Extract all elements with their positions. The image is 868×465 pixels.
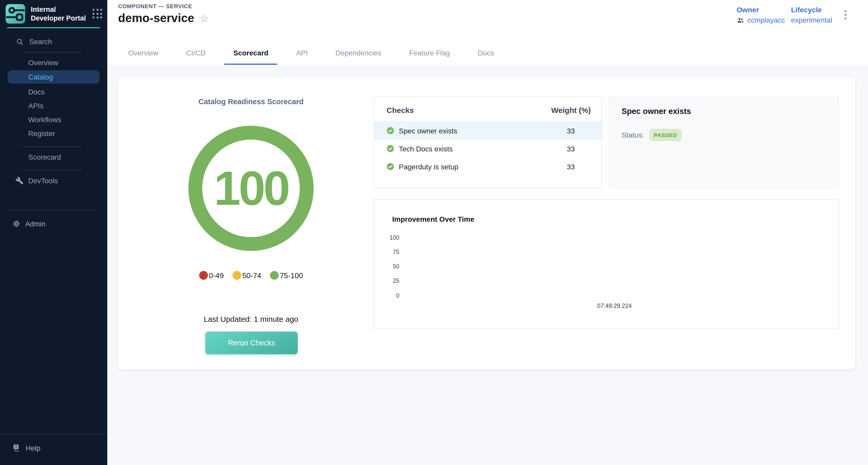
gauge-title: Catalog Readiness Scorecard [118, 97, 384, 106]
sidebar-item-admin[interactable]: Admin [12, 220, 45, 228]
legend-item-red: 0-49 [199, 271, 224, 280]
sidebar-item-apis[interactable]: APIs [0, 98, 107, 113]
tab-feature-flag[interactable]: Feature Flag [400, 41, 459, 65]
check-name: Spec owner exists [399, 126, 550, 135]
check-row-pagerduty[interactable]: Pagerduty is setup 33 [374, 158, 601, 176]
tab-label: Overview [128, 49, 158, 57]
apps-grid-icon[interactable] [92, 9, 102, 19]
tab-dependencies[interactable]: Dependencies [327, 41, 390, 65]
score-gauge: 100 [188, 126, 314, 251]
yellow-dot-icon [232, 271, 241, 280]
check-circle-icon [386, 145, 394, 152]
admin-label: Admin [25, 220, 45, 228]
owner-link[interactable]: ccmplayacc [737, 16, 785, 24]
rerun-checks-button[interactable]: Rerun Checks [205, 332, 298, 354]
red-dot-icon [199, 271, 208, 280]
sidebar-item-scorecard[interactable]: Scorecard [0, 150, 107, 164]
divider [7, 210, 100, 211]
chart-title: Improvement Over Time [392, 215, 474, 223]
sidebar-item-label: APIs [28, 101, 43, 110]
sidebar-item-label: Scorecard [28, 153, 61, 161]
check-circle-icon [386, 163, 394, 170]
logo-row: Internal Developer Portal [0, 0, 107, 24]
portal-logo-icon [5, 4, 26, 24]
check-weight: 33 [550, 126, 591, 135]
sidebar-item-catalog[interactable]: Catalog [8, 70, 100, 84]
sidebar-item-label: Docs [28, 88, 45, 96]
divider [22, 52, 81, 52]
weight-column-header: Weight (%) [551, 106, 591, 115]
check-name: Tech Docs exists [399, 145, 550, 153]
sidebar-item-help[interactable]: ? Help [12, 443, 40, 452]
green-dot-icon [270, 271, 279, 280]
sidebar-item-workflows[interactable]: Workflows [0, 113, 107, 126]
status-badge: PASSED [649, 129, 682, 141]
last-updated-text: Last Updated: 1 minute ago [118, 315, 384, 323]
sidebar: Internal Developer Portal Search Overvie… [0, 0, 107, 465]
sidebar-item-docs[interactable]: Docs [0, 85, 107, 98]
tab-label: Dependencies [336, 49, 381, 57]
tab-label: Feature Flag [409, 49, 450, 57]
check-row-tech-docs[interactable]: Tech Docs exists 33 [374, 140, 601, 158]
y-axis-tick: 50 [374, 263, 399, 270]
sidebar-item-overview[interactable]: Overview [0, 56, 107, 69]
tab-label: CI/CD [186, 49, 206, 57]
owner-value: ccmplayacc [747, 16, 785, 24]
check-name: Pagerduty is setup [399, 162, 550, 170]
legend-label: 75-100 [280, 271, 303, 279]
legend-item-green: 75-100 [270, 271, 303, 280]
lifecycle-label: Lifecycle [791, 6, 832, 14]
divider [22, 146, 81, 147]
entity-header: COMPONENT — SERVICE demo-service ☆ Owner [107, 0, 868, 65]
lifecycle-block: Lifecycle experimental [791, 6, 832, 24]
tab-label: Docs [477, 49, 494, 57]
sidebar-item-register[interactable]: Register [0, 126, 107, 140]
divider [22, 170, 81, 170]
tab-cicd[interactable]: CI/CD [177, 41, 214, 65]
page-title: demo-service [118, 11, 194, 25]
lifecycle-value-text: experimental [791, 16, 832, 24]
more-options-icon[interactable] [842, 8, 848, 21]
checks-column-header: Checks [386, 106, 414, 115]
tab-docs[interactable]: Docs [469, 41, 503, 65]
tab-label: Scorecard [233, 49, 269, 57]
y-axis-tick: 0 [374, 292, 399, 299]
checks-table: Checks Weight (%) Spec owner exists 33 [374, 96, 602, 188]
check-detail-panel: Spec owner exists Status: PASSED [609, 96, 839, 188]
check-weight: 33 [550, 162, 591, 170]
sidebar-item-devtools[interactable]: DevTools [0, 174, 107, 187]
favorite-star-icon[interactable]: ☆ [200, 13, 209, 23]
tab-scorecard[interactable]: Scorecard [224, 41, 277, 65]
app-window: Internal Developer Portal Search Overvie… [0, 0, 868, 465]
score-legend: 0-49 50-74 75-100 [118, 271, 384, 280]
legend-label: 50-74 [242, 271, 261, 279]
check-row-spec-owner[interactable]: Spec owner exists 33 [374, 122, 601, 140]
sidebar-item-label: DevTools [28, 176, 58, 185]
breadcrumb: COMPONENT — SERVICE [118, 3, 192, 9]
check-status-row: Status: PASSED [622, 129, 838, 141]
people-icon [737, 16, 744, 24]
tab-label: API [296, 49, 308, 57]
improvement-chart: Improvement Over Time 100 75 50 25 0 07:… [374, 199, 839, 329]
search-icon [16, 38, 24, 45]
owner-label: Owner [737, 6, 785, 14]
sidebar-item-label: Overview [28, 58, 58, 66]
tab-api[interactable]: API [287, 41, 316, 65]
sidebar-item-label: Catalog [28, 73, 53, 81]
help-chat-icon: ? [12, 443, 21, 452]
score-value: 100 [214, 161, 288, 216]
check-detail-title: Spec owner exists [609, 97, 838, 116]
y-axis-tick: 25 [374, 278, 399, 284]
check-circle-icon [386, 127, 394, 134]
divider [0, 434, 107, 434]
legend-item-yellow: 50-74 [232, 271, 261, 280]
status-label: Status: [622, 131, 644, 139]
svg-text:?: ? [15, 445, 17, 449]
gear-icon [12, 220, 21, 228]
lifecycle-value: experimental [791, 16, 832, 24]
help-label: Help [26, 444, 40, 452]
x-axis-tick: 07:49:29.224 [563, 303, 666, 309]
y-axis-tick: 100 [374, 235, 399, 241]
tab-overview[interactable]: Overview [120, 41, 167, 65]
check-weight: 33 [550, 145, 591, 153]
